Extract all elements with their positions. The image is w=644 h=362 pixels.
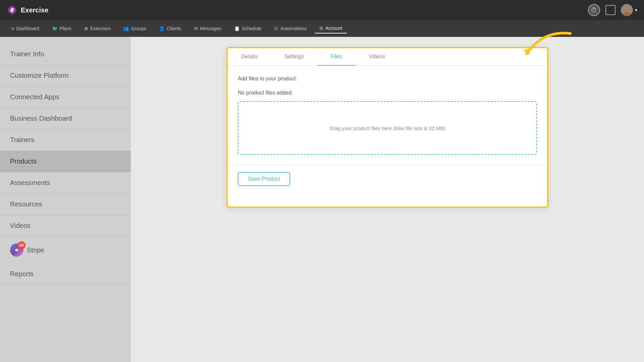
square-icon[interactable] <box>605 5 615 15</box>
no-files-message: No product files added. <box>238 90 537 96</box>
sidebar-item-customize-platform[interactable]: Customize Platform <box>0 65 131 86</box>
nav-schedule[interactable]: 📋 Schedule <box>229 24 266 33</box>
tab-settings[interactable]: Settings <box>271 48 317 66</box>
svg-point-3 <box>624 6 630 11</box>
sidebar-item-trainer-info[interactable]: Trainer Info <box>0 44 131 65</box>
dropzone-label: Drag your product files here (Max file s… <box>330 125 445 131</box>
clock-icon[interactable]: ⏱ <box>588 4 600 16</box>
tab-files[interactable]: Files <box>317 48 356 66</box>
nav-clients[interactable]: 👤 Clients <box>154 24 186 33</box>
tab-details[interactable]: Details <box>228 48 271 66</box>
sidebar: Trainer Info Customize Platform Connecte… <box>0 37 131 362</box>
sidebar-item-business-dashboard[interactable]: Business Dashboard <box>0 108 131 129</box>
logo-icon <box>7 5 17 15</box>
chevron-down-icon: ▾ <box>635 7 637 13</box>
nav-plans[interactable]: 🐦 Plans <box>47 24 76 33</box>
navbar: ≡ Dashboard 🐦 Plans ⊕ Exercises 👥 Groups… <box>0 20 644 37</box>
file-drop-zone[interactable]: Drag your product files here (Max file s… <box>238 101 537 155</box>
add-files-description: Add files to your product. <box>238 76 537 82</box>
files-tab-content: Add files to your product. No product fi… <box>228 66 547 165</box>
product-panel: Details Settings Files Videos Add files … <box>226 47 548 208</box>
content-area: Details Settings Files Videos Add files … <box>131 37 644 362</box>
app-title: Exercise <box>21 6 48 14</box>
clients-icon: 👤 <box>159 26 165 31</box>
groups-icon: 👥 <box>123 26 129 31</box>
account-icon: ⊙ <box>319 25 323 31</box>
dashboard-icon: ≡ <box>11 26 14 31</box>
schedule-icon: 📋 <box>234 26 240 31</box>
stripe-badge: 29 <box>17 241 25 249</box>
svg-point-4 <box>623 12 631 16</box>
topbar: Exercise ⏱ ▾ <box>0 0 644 20</box>
main-layout: Trainer Info Customize Platform Connecte… <box>0 37 644 362</box>
nav-dashboard[interactable]: ≡ Dashboard <box>7 24 44 33</box>
nav-messages[interactable]: ✉ Messages <box>189 24 226 33</box>
sidebar-item-trainers[interactable]: Trainers <box>0 129 131 151</box>
nav-automations[interactable]: ☑ Automations <box>269 24 311 33</box>
save-product-button[interactable]: Save Product <box>238 172 290 186</box>
nav-account[interactable]: ⊙ Account <box>315 23 347 34</box>
tab-videos[interactable]: Videos <box>356 48 399 66</box>
sidebar-item-stripe[interactable]: 29 Stripe <box>0 237 131 263</box>
tab-bar: Details Settings Files Videos <box>228 48 547 66</box>
exercises-icon: ⊕ <box>84 26 88 31</box>
sidebar-item-reports[interactable]: Reports <box>0 263 131 285</box>
sidebar-item-products[interactable]: Products <box>0 151 131 172</box>
nav-groups[interactable]: 👥 Groups <box>118 24 151 33</box>
topbar-right: ⏱ ▾ <box>588 4 637 16</box>
automations-icon: ☑ <box>274 26 278 31</box>
sidebar-item-videos[interactable]: Videos <box>0 215 131 237</box>
logo-area[interactable]: Exercise <box>7 5 48 15</box>
nav-exercises[interactable]: ⊕ Exercises <box>79 24 115 33</box>
save-area: Save Product <box>228 165 547 193</box>
avatar <box>621 4 633 16</box>
sidebar-item-resources[interactable]: Resources <box>0 194 131 215</box>
sidebar-item-assessments[interactable]: Assessments <box>0 172 131 194</box>
user-menu[interactable]: ▾ <box>621 4 637 16</box>
sidebar-item-connected-apps[interactable]: Connected Apps <box>0 86 131 108</box>
messages-icon: ✉ <box>194 26 198 31</box>
plans-icon: 🐦 <box>52 26 58 31</box>
